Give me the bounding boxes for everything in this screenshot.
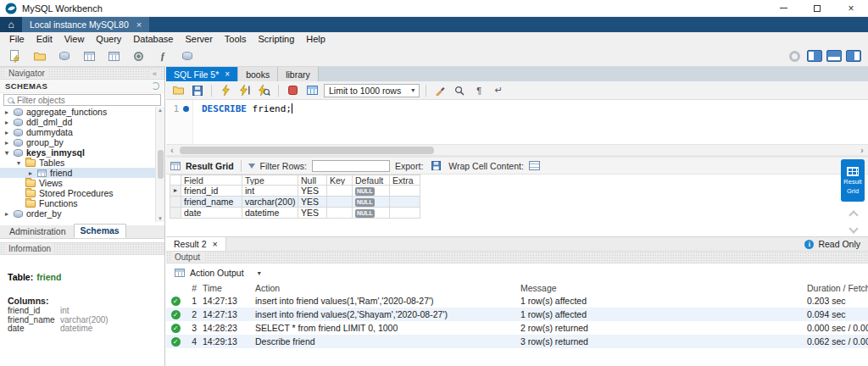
result-row-friend-id[interactable]: ▸ friend_id int YES NULL <box>170 186 420 197</box>
cell-type[interactable]: varchar(200) <box>242 197 298 208</box>
connection-tab[interactable]: Local instance MySQL80 × <box>22 17 149 32</box>
tab-schemas[interactable]: Schemas <box>74 224 126 238</box>
menu-server[interactable]: Server <box>179 34 218 44</box>
filter-rows-input[interactable] <box>312 160 390 172</box>
tree-scrollbar[interactable]: ▲ ▼ <box>155 107 164 222</box>
tree-item-dummydata[interactable]: ▸ dummydata <box>0 127 164 137</box>
refresh-schemas-icon[interactable] <box>152 82 159 90</box>
tab-sql-file-5[interactable]: SQL File 5* × <box>166 67 238 81</box>
collapse-expanded-icon[interactable]: ▾ <box>15 159 22 167</box>
output-row[interactable]: ✓ 4 14:29:13 Describe friend 3 row(s) re… <box>166 335 868 348</box>
scrollbar-thumb[interactable] <box>180 147 434 154</box>
find-button[interactable] <box>452 84 467 97</box>
menu-database[interactable]: Database <box>127 34 179 44</box>
create-function-button[interactable]: ƒ <box>154 48 171 64</box>
menu-query[interactable]: Query <box>90 34 127 44</box>
sql-editor[interactable]: 1 DESCRIBE friend; <box>166 100 868 144</box>
wrap-cell-content-toggle[interactable] <box>529 161 540 170</box>
sql-code-line[interactable]: DESCRIBE friend; <box>202 103 292 114</box>
beautify-script-button[interactable] <box>432 84 448 97</box>
result-grid-side-tab[interactable]: Result Grid <box>841 159 865 202</box>
cell-field[interactable]: friend_name <box>181 197 242 208</box>
menu-edit[interactable]: Edit <box>31 34 58 44</box>
expand-icon[interactable]: ▸ <box>3 129 10 136</box>
navigator-collapse-icon[interactable]: « <box>150 69 159 78</box>
create-table-button[interactable] <box>81 48 97 64</box>
tree-item-group-by[interactable]: ▸ group_by <box>0 137 164 147</box>
menu-help[interactable]: Help <box>300 34 331 44</box>
cell-default[interactable]: NULL <box>353 186 390 197</box>
chevron-down-icon[interactable] <box>849 224 858 233</box>
scroll-left-icon[interactable]: ‹ <box>166 146 178 155</box>
chevron-up-icon[interactable] <box>849 210 858 219</box>
cell-null[interactable]: YES <box>298 186 327 197</box>
new-query-tab-button[interactable] <box>7 48 24 64</box>
maximize-button[interactable] <box>800 0 834 16</box>
tree-item-friend[interactable]: ▸ friend <box>0 168 164 178</box>
scroll-right-icon[interactable]: › <box>856 146 868 155</box>
close-button[interactable]: × <box>834 0 868 16</box>
limit-rows-toggle-button[interactable] <box>304 84 320 97</box>
stop-execution-button[interactable] <box>285 84 300 97</box>
cell-extra[interactable] <box>390 197 420 208</box>
open-script-button[interactable] <box>31 48 48 64</box>
execute-current-statement-button[interactable] <box>237 84 253 97</box>
menu-scripting[interactable]: Scripting <box>253 34 301 44</box>
export-button[interactable] <box>428 159 443 173</box>
cell-default[interactable]: NULL <box>353 197 390 208</box>
toggle-sidebar-panel-button[interactable] <box>807 50 822 62</box>
limit-rows-dropdown[interactable]: Limit to 1000 rows ▾ <box>324 84 420 97</box>
collapse-expanded-icon[interactable]: ▾ <box>3 149 10 157</box>
tab-administration[interactable]: Administration <box>3 225 72 238</box>
scroll-down-icon[interactable]: ▼ <box>158 216 163 221</box>
cell-type[interactable]: int <box>242 186 298 197</box>
column-header-type[interactable]: Type <box>242 175 298 186</box>
cell-default[interactable]: NULL <box>353 208 390 219</box>
execute-script-button[interactable] <box>218 84 233 97</box>
expand-icon[interactable]: ▸ <box>3 139 10 147</box>
tree-item-tables[interactable]: ▾ Tables <box>0 158 164 168</box>
tree-item-functions[interactable]: Functions <box>0 198 164 208</box>
menu-file[interactable]: File <box>3 34 31 44</box>
save-script-button[interactable] <box>190 84 205 97</box>
result-row-date[interactable]: date datetime YES NULL <box>170 208 420 219</box>
toggle-secondary-panel-button[interactable] <box>846 50 861 62</box>
workbench-preferences-button[interactable] <box>786 48 803 64</box>
output-row[interactable]: ✓ 1 14:27:13 insert into friend values(1… <box>166 294 868 308</box>
create-view-button[interactable] <box>105 48 122 64</box>
minimize-button[interactable] <box>766 0 800 16</box>
scroll-up-icon[interactable]: ▲ <box>158 108 163 113</box>
cell-field[interactable]: friend_id <box>181 186 242 197</box>
cell-field[interactable]: date <box>181 208 242 219</box>
result-row-friend-name[interactable]: friend_name varchar(200) YES NULL <box>170 197 420 208</box>
tab-library[interactable]: library <box>278 67 319 81</box>
expand-icon[interactable]: ▸ <box>3 210 10 218</box>
explain-statement-button[interactable] <box>257 84 272 97</box>
create-schema-button[interactable] <box>56 48 73 64</box>
tree-item-keys-inmysql[interactable]: ▾ keys_inmysql <box>0 147 164 158</box>
create-procedure-button[interactable] <box>130 48 147 64</box>
column-header-default[interactable]: Default <box>353 175 390 186</box>
tab-result-2[interactable]: Result 2 × <box>166 237 226 251</box>
cell-type[interactable]: datetime <box>242 208 298 219</box>
editor-horizontal-scrollbar[interactable]: ‹ › <box>166 144 868 155</box>
scrollbar-thumb[interactable] <box>158 150 164 179</box>
cell-key[interactable] <box>327 208 353 219</box>
show-invisibles-button[interactable]: ¶ <box>471 84 487 97</box>
tree-item-views[interactable]: Views <box>0 178 164 188</box>
tree-item-ddl-dml-dd[interactable]: ▸ ddl_dml_dd <box>0 117 164 127</box>
menu-tools[interactable]: Tools <box>219 34 253 44</box>
result-tab-close-icon[interactable]: × <box>213 239 218 249</box>
expand-icon[interactable]: ▸ <box>27 169 34 177</box>
output-type-dropdown[interactable]: Action Output ▾ <box>190 268 261 278</box>
cell-null[interactable]: YES <box>298 208 327 219</box>
column-header-null[interactable]: Null <box>298 175 327 186</box>
home-button[interactable]: ⌂ <box>0 17 22 32</box>
server-admin-button[interactable] <box>179 48 196 64</box>
output-row[interactable]: ✓ 3 14:28:23 SELECT * from friend LIMIT … <box>166 321 868 335</box>
cell-null[interactable]: YES <box>298 197 327 208</box>
column-header-key[interactable]: Key <box>327 175 353 186</box>
column-header-extra[interactable]: Extra <box>390 175 420 186</box>
tree-item-aggregate-functions[interactable]: ▸ aggregate_functions <box>0 107 164 117</box>
scrollbar-track[interactable] <box>178 145 856 155</box>
